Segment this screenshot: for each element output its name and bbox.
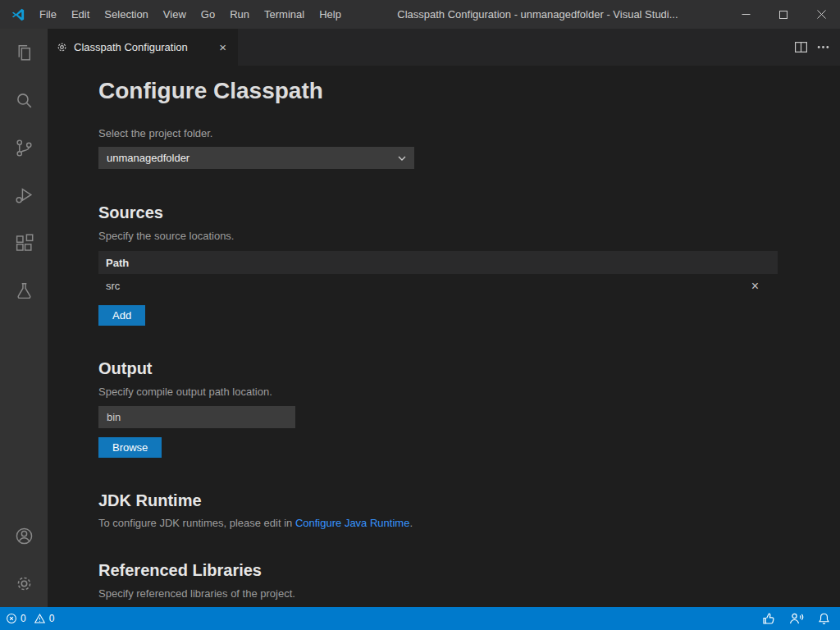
sources-table: Path src × <box>98 251 778 298</box>
browse-output-button[interactable]: Browse <box>98 437 162 458</box>
jdk-text-before: To configure JDK runtimes, please edit i… <box>98 517 295 529</box>
project-folder-select[interactable]: unmanagedfolder <box>98 147 414 169</box>
problems-status: 0 0 <box>6 613 54 624</box>
remove-source-icon[interactable]: × <box>751 280 759 293</box>
maximize-button[interactable] <box>765 0 802 29</box>
chevron-down-icon <box>398 156 406 161</box>
explorer-icon[interactable] <box>0 29 48 76</box>
close-button[interactable] <box>802 0 840 29</box>
output-description: Specify compile output path location. <box>98 385 840 399</box>
referenced-libraries-description: Specify referenced libraries of the proj… <box>98 587 840 600</box>
errors-status[interactable]: 0 <box>6 613 26 624</box>
search-icon[interactable] <box>0 76 48 124</box>
minimize-button[interactable] <box>727 0 765 29</box>
tab-classpath-configuration[interactable]: Classpath Configuration × <box>48 29 238 66</box>
menu-edit[interactable]: Edit <box>64 0 97 29</box>
source-path-value: src <box>106 280 120 292</box>
jdk-runtime-text: To configure JDK runtimes, please edit i… <box>98 517 840 529</box>
warnings-status[interactable]: 0 <box>34 613 55 624</box>
window-title: Classpath Configuration - unmanagedfolde… <box>349 8 727 21</box>
sources-table-header: Path <box>98 251 778 274</box>
error-count: 0 <box>21 613 26 624</box>
activity-bar <box>0 29 48 607</box>
status-bar-right <box>762 612 830 625</box>
accounts-icon[interactable] <box>0 512 48 559</box>
menu-help[interactable]: Help <box>312 0 349 29</box>
menu-run[interactable]: Run <box>222 0 257 29</box>
add-source-button[interactable]: Add <box>98 305 145 326</box>
split-editor-icon[interactable] <box>794 40 808 54</box>
sources-description: Specify the source locations. <box>98 229 840 243</box>
classpath-configuration-page: Configure Classpath Select the project f… <box>48 66 840 607</box>
status-bar: 0 0 <box>0 607 840 630</box>
project-folder-selected-value: unmanagedfolder <box>107 152 189 164</box>
source-path-row: src × <box>98 274 778 298</box>
window-controls <box>727 0 840 29</box>
announcement-icon[interactable] <box>789 612 804 625</box>
source-control-icon[interactable] <box>0 124 48 171</box>
tab-bar-actions <box>794 29 840 66</box>
tab-label: Classpath Configuration <box>74 41 188 53</box>
editor-area: Classpath Configuration × Configure Clas… <box>48 29 840 607</box>
feedback-thumbs-up-icon[interactable] <box>762 612 775 625</box>
warning-icon <box>34 613 46 624</box>
page-title: Configure Classpath <box>98 76 840 106</box>
configure-java-runtime-link[interactable]: Configure Java Runtime <box>295 517 409 529</box>
settings-gear-icon[interactable] <box>0 559 48 607</box>
menu-selection[interactable]: Selection <box>97 0 155 29</box>
tab-bar: Classpath Configuration × <box>48 29 840 66</box>
run-and-debug-icon[interactable] <box>0 171 48 219</box>
path-column-header: Path <box>106 257 129 269</box>
menu-file[interactable]: File <box>32 0 64 29</box>
tab-close-icon[interactable]: × <box>216 39 230 55</box>
title-bar: File Edit Selection View Go Run Terminal… <box>0 0 840 29</box>
notifications-bell-icon[interactable] <box>818 612 830 625</box>
error-icon <box>6 613 17 624</box>
project-folder-label: Select the project folder. <box>98 127 840 139</box>
menu-terminal[interactable]: Terminal <box>257 0 312 29</box>
referenced-libraries-heading: Referenced Libraries <box>98 559 840 582</box>
output-path-input[interactable] <box>98 406 295 428</box>
more-actions-icon[interactable] <box>816 40 830 54</box>
main-area: Classpath Configuration × Configure Clas… <box>0 29 840 607</box>
jdk-runtime-heading: JDK Runtime <box>98 490 840 512</box>
classpath-tab-icon <box>56 41 68 53</box>
extensions-icon[interactable] <box>0 219 48 267</box>
vscode-logo-icon <box>11 7 25 22</box>
warning-count: 0 <box>49 613 55 624</box>
output-heading: Output <box>98 358 840 380</box>
jdk-text-after: . <box>409 517 413 529</box>
testing-icon[interactable] <box>0 267 48 314</box>
menu-view[interactable]: View <box>156 0 194 29</box>
sources-heading: Sources <box>98 202 840 224</box>
menu-go[interactable]: Go <box>194 0 222 29</box>
